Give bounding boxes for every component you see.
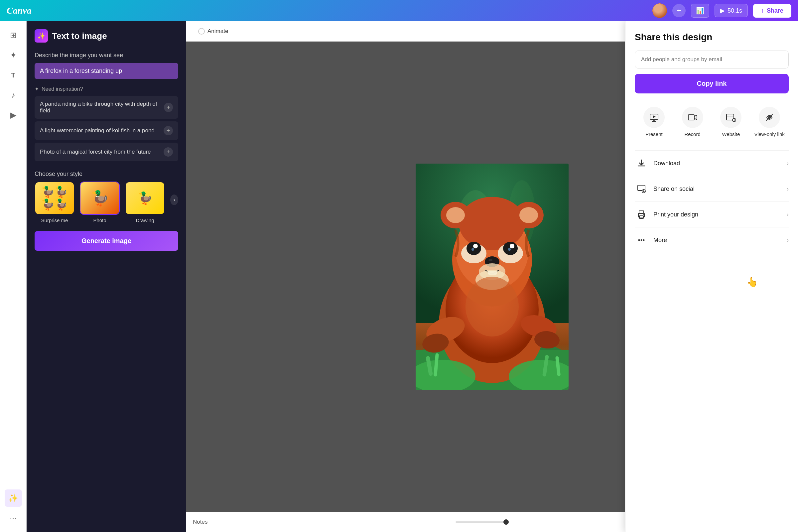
print-label: Print your design [653, 211, 781, 218]
panel-header: ✨ Text to image [35, 29, 178, 42]
cursor-indicator: 👆 [746, 277, 758, 288]
email-input[interactable] [635, 51, 789, 69]
view-only-icon [759, 107, 780, 128]
style-surprise-label: Surprise me [41, 217, 68, 223]
share-button[interactable]: ↑ Share [753, 4, 791, 18]
style-surprise[interactable]: 🦆🦆🦆🦆 Surprise me [35, 182, 75, 223]
animate-button[interactable]: Animate [193, 25, 233, 37]
style-photo[interactable]: 🦆 Photo [80, 182, 120, 223]
more-icon [635, 233, 648, 247]
header: Canva + 📊 ▶ 50.1s ↑ Share [0, 0, 798, 21]
copy-link-button[interactable]: Copy link [635, 74, 789, 93]
notes-label: Notes [193, 519, 208, 525]
chart-icon: 📊 [696, 7, 704, 15]
style-drawing-label: Drawing [136, 217, 154, 223]
main-layout: ⊞ ✦ T ♪ ▶ ✨ ··· ✨ Text to image Describe… [0, 21, 798, 532]
generate-button[interactable]: Generate image [35, 231, 178, 251]
svg-marker-41 [653, 115, 656, 118]
style-grid: 🦆🦆🦆🦆 Surprise me 🦆 Photo 🦆 Drawing › [35, 182, 178, 223]
svg-point-59 [643, 240, 645, 241]
print-icon [635, 208, 648, 221]
svg-point-28 [489, 259, 492, 261]
svg-point-26 [508, 248, 511, 251]
timer-display: ▶ 50.1s [715, 4, 748, 17]
svg-marker-43 [694, 115, 697, 120]
describe-label: Describe the image you want see [35, 52, 178, 59]
zoom-thumb[interactable] [504, 519, 509, 525]
svg-point-58 [641, 240, 642, 241]
print-option[interactable]: Print your design › [635, 202, 789, 227]
toolbar-layout[interactable]: ⊞ [5, 26, 22, 44]
style-photo-label: Photo [93, 217, 106, 223]
record-label: Record [684, 131, 700, 137]
panel-title-label: Text to image [52, 31, 107, 41]
style-drawing[interactable]: 🦆 Drawing [125, 182, 165, 223]
style-label: Choose your style [35, 171, 178, 177]
share-panel: Share this design Copy link Present [625, 21, 798, 532]
website-option[interactable]: Website [712, 103, 750, 141]
more-option[interactable]: More › [635, 227, 789, 253]
website-icon [720, 107, 741, 128]
present-option[interactable]: Present [635, 103, 673, 141]
social-label: Share on social [653, 186, 781, 192]
style-photo-thumb: 🦆 [80, 182, 120, 215]
describe-input[interactable] [35, 63, 178, 79]
download-label: Download [653, 160, 781, 167]
svg-point-24 [510, 244, 514, 248]
toolbar-ai-generate[interactable]: ✨ [5, 490, 22, 507]
zoom-track[interactable] [456, 521, 509, 523]
sparkle-icon: ✦ [35, 86, 39, 92]
left-panel: ✨ Text to image Describe the image you w… [26, 21, 186, 532]
text-to-image-icon: ✨ [35, 29, 48, 42]
toolbar-text[interactable]: T [5, 66, 22, 84]
record-option[interactable]: Record [673, 103, 712, 141]
view-only-option[interactable]: View-only link [750, 103, 789, 141]
download-icon [635, 157, 648, 170]
inspiration-item-3[interactable]: Photo of a magical forest city from the … [35, 142, 178, 161]
left-toolbar: ⊞ ✦ T ♪ ▶ ✨ ··· [0, 21, 26, 532]
toolbar-audio[interactable]: ♪ [5, 87, 22, 104]
canvas-image [416, 164, 569, 390]
analytics-button[interactable]: 📊 [691, 4, 709, 18]
svg-point-22 [503, 242, 518, 255]
website-label: Website [722, 131, 740, 137]
svg-point-32 [466, 277, 519, 337]
download-option[interactable]: Download › [635, 150, 789, 176]
inspiration-item-2[interactable]: A light watercolor painting of koi fish … [35, 121, 178, 140]
record-icon [682, 107, 703, 128]
toolbar-more[interactable]: ··· [5, 509, 22, 527]
svg-point-21 [467, 242, 481, 255]
inspiration-header: ✦ Need inspiration? [35, 86, 178, 92]
svg-point-25 [472, 248, 474, 251]
present-label: Present [645, 131, 663, 137]
toolbar-video[interactable]: ▶ [5, 107, 22, 124]
present-icon [643, 107, 665, 128]
social-option[interactable]: Share on social › [635, 176, 789, 202]
add-inspiration-2[interactable]: + [164, 126, 173, 135]
canvas-area: Animate [186, 21, 798, 532]
add-inspiration-3[interactable]: + [164, 147, 173, 157]
logo: Canva [7, 5, 32, 16]
svg-point-23 [473, 244, 478, 248]
view-only-label: View-only link [754, 131, 784, 137]
style-surprise-thumb: 🦆🦆🦆🦆 [35, 182, 75, 215]
add-button[interactable]: + [672, 4, 686, 17]
share-icon: ↑ [761, 7, 764, 14]
svg-point-57 [639, 240, 640, 241]
add-inspiration-1[interactable]: + [164, 103, 173, 112]
more-chevron: › [787, 237, 789, 244]
svg-point-14 [459, 197, 525, 250]
inspiration-item-1[interactable]: A panda riding a bike through city with … [35, 96, 178, 119]
toolbar-elements[interactable]: ✦ [5, 46, 22, 64]
social-icon [635, 182, 648, 195]
svg-rect-42 [688, 115, 694, 120]
download-chevron: › [787, 160, 789, 167]
svg-point-17 [446, 207, 465, 223]
style-next-button[interactable]: › [170, 194, 178, 205]
avatar[interactable] [652, 3, 667, 18]
print-chevron: › [787, 211, 789, 218]
share-icons-row: Present Record [635, 103, 789, 141]
animate-icon [198, 28, 205, 35]
svg-point-56 [643, 214, 644, 215]
more-label: More [653, 237, 781, 244]
